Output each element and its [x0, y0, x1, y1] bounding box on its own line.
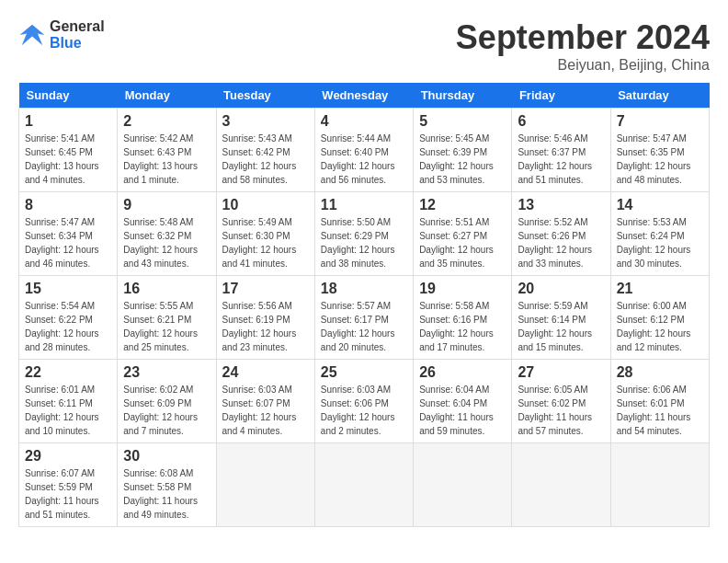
calendar-week-row: 29Sunrise: 6:07 AM Sunset: 5:59 PM Dayli…	[19, 443, 710, 527]
day-number: 29	[25, 448, 111, 465]
day-number: 9	[123, 197, 210, 213]
day-number: 2	[123, 113, 210, 130]
calendar-day-cell: 24Sunrise: 6:03 AM Sunset: 6:07 PM Dayli…	[216, 360, 314, 443]
calendar-day-cell: 13Sunrise: 5:52 AM Sunset: 6:26 PM Dayli…	[512, 192, 610, 276]
day-info: Sunrise: 6:07 AM Sunset: 5:59 PM Dayligh…	[25, 466, 111, 522]
day-info: Sunrise: 5:54 AM Sunset: 6:22 PM Dayligh…	[25, 299, 111, 354]
calendar-day-cell	[512, 443, 610, 527]
day-info: Sunrise: 5:47 AM Sunset: 6:35 PM Dayligh…	[617, 132, 703, 187]
calendar-day-cell: 4Sunrise: 5:44 AM Sunset: 6:40 PM Daylig…	[314, 109, 413, 192]
calendar-day-cell: 7Sunrise: 5:47 AM Sunset: 6:35 PM Daylig…	[610, 109, 709, 192]
calendar-day-header: Thursday	[414, 83, 512, 109]
day-number: 20	[518, 281, 604, 297]
calendar-day-cell: 1Sunrise: 5:41 AM Sunset: 6:45 PM Daylig…	[19, 109, 118, 192]
day-number: 11	[321, 197, 407, 213]
day-info: Sunrise: 5:45 AM Sunset: 6:39 PM Dayligh…	[419, 132, 506, 187]
calendar-day-cell	[216, 443, 314, 527]
calendar-week-row: 8Sunrise: 5:47 AM Sunset: 6:34 PM Daylig…	[19, 192, 710, 276]
calendar-day-cell: 10Sunrise: 5:49 AM Sunset: 6:30 PM Dayli…	[216, 192, 314, 276]
day-info: Sunrise: 5:47 AM Sunset: 6:34 PM Dayligh…	[25, 215, 111, 270]
day-info: Sunrise: 5:42 AM Sunset: 6:43 PM Dayligh…	[123, 132, 210, 187]
day-number: 25	[321, 364, 407, 381]
calendar-day-cell: 20Sunrise: 5:59 AM Sunset: 6:14 PM Dayli…	[512, 276, 610, 360]
calendar-day-cell	[610, 443, 709, 527]
day-number: 14	[617, 197, 703, 213]
calendar-day-cell: 3Sunrise: 5:43 AM Sunset: 6:42 PM Daylig…	[216, 109, 314, 192]
calendar-day-cell: 28Sunrise: 6:06 AM Sunset: 6:01 PM Dayli…	[610, 360, 709, 443]
day-info: Sunrise: 6:00 AM Sunset: 6:12 PM Dayligh…	[617, 299, 703, 354]
day-info: Sunrise: 5:51 AM Sunset: 6:27 PM Dayligh…	[419, 215, 506, 270]
location-subtitle: Beiyuan, Beijing, China	[456, 57, 710, 74]
day-number: 17	[222, 281, 309, 297]
calendar-day-header: Wednesday	[314, 83, 413, 109]
calendar-table: SundayMondayTuesdayWednesdayThursdayFrid…	[18, 83, 710, 527]
day-info: Sunrise: 5:58 AM Sunset: 6:16 PM Dayligh…	[419, 299, 506, 354]
calendar-week-row: 15Sunrise: 5:54 AM Sunset: 6:22 PM Dayli…	[19, 276, 710, 360]
day-info: Sunrise: 5:49 AM Sunset: 6:30 PM Dayligh…	[222, 215, 309, 270]
calendar-day-cell	[314, 443, 413, 527]
day-info: Sunrise: 5:46 AM Sunset: 6:37 PM Dayligh…	[518, 132, 604, 187]
calendar-day-cell: 25Sunrise: 6:03 AM Sunset: 6:06 PM Dayli…	[314, 360, 413, 443]
day-info: Sunrise: 5:53 AM Sunset: 6:24 PM Dayligh…	[617, 215, 703, 270]
calendar-day-cell: 23Sunrise: 6:02 AM Sunset: 6:09 PM Dayli…	[118, 360, 216, 443]
calendar-day-cell: 5Sunrise: 5:45 AM Sunset: 6:39 PM Daylig…	[414, 109, 512, 192]
calendar-day-cell: 19Sunrise: 5:58 AM Sunset: 6:16 PM Dayli…	[414, 276, 512, 360]
calendar-day-cell: 26Sunrise: 6:04 AM Sunset: 6:04 PM Dayli…	[414, 360, 512, 443]
day-number: 10	[222, 197, 309, 213]
month-year-title: September 2024	[456, 18, 710, 57]
calendar-day-cell: 12Sunrise: 5:51 AM Sunset: 6:27 PM Dayli…	[414, 192, 512, 276]
day-number: 7	[617, 113, 703, 130]
day-number: 26	[419, 364, 506, 381]
calendar-day-header: Sunday	[19, 83, 118, 109]
calendar-day-header: Saturday	[610, 83, 709, 109]
calendar-day-cell: 27Sunrise: 6:05 AM Sunset: 6:02 PM Dayli…	[512, 360, 610, 443]
calendar-day-cell: 22Sunrise: 6:01 AM Sunset: 6:11 PM Dayli…	[19, 360, 118, 443]
day-number: 30	[123, 448, 210, 465]
calendar-day-header: Monday	[118, 83, 216, 109]
day-number: 24	[222, 364, 309, 381]
logo: General Blue	[18, 18, 105, 52]
calendar-day-cell: 29Sunrise: 6:07 AM Sunset: 5:59 PM Dayli…	[19, 443, 118, 527]
day-number: 23	[123, 364, 210, 381]
calendar-day-cell: 8Sunrise: 5:47 AM Sunset: 6:34 PM Daylig…	[19, 192, 118, 276]
day-info: Sunrise: 5:48 AM Sunset: 6:32 PM Dayligh…	[123, 215, 210, 270]
day-number: 12	[419, 197, 506, 213]
calendar-week-row: 22Sunrise: 6:01 AM Sunset: 6:11 PM Dayli…	[19, 360, 710, 443]
calendar-header-row: SundayMondayTuesdayWednesdayThursdayFrid…	[19, 83, 710, 109]
day-info: Sunrise: 5:55 AM Sunset: 6:21 PM Dayligh…	[123, 299, 210, 354]
day-number: 8	[25, 197, 111, 213]
day-info: Sunrise: 5:50 AM Sunset: 6:29 PM Dayligh…	[321, 215, 407, 270]
calendar-day-cell	[414, 443, 512, 527]
day-info: Sunrise: 5:41 AM Sunset: 6:45 PM Dayligh…	[25, 132, 111, 187]
day-number: 13	[518, 197, 604, 213]
day-info: Sunrise: 5:44 AM Sunset: 6:40 PM Dayligh…	[321, 132, 407, 187]
calendar-day-cell: 16Sunrise: 5:55 AM Sunset: 6:21 PM Dayli…	[118, 276, 216, 360]
logo-text: General Blue	[50, 18, 105, 52]
day-number: 22	[25, 364, 111, 381]
day-info: Sunrise: 6:04 AM Sunset: 6:04 PM Dayligh…	[419, 383, 506, 438]
calendar-week-row: 1Sunrise: 5:41 AM Sunset: 6:45 PM Daylig…	[19, 109, 710, 192]
day-info: Sunrise: 5:59 AM Sunset: 6:14 PM Dayligh…	[518, 299, 604, 354]
day-info: Sunrise: 5:57 AM Sunset: 6:17 PM Dayligh…	[321, 299, 407, 354]
calendar-day-cell: 6Sunrise: 5:46 AM Sunset: 6:37 PM Daylig…	[512, 109, 610, 192]
calendar-day-cell: 17Sunrise: 5:56 AM Sunset: 6:19 PM Dayli…	[216, 276, 314, 360]
calendar-day-header: Friday	[512, 83, 610, 109]
day-number: 6	[518, 113, 604, 130]
day-number: 28	[617, 364, 703, 381]
day-number: 16	[123, 281, 210, 297]
calendar-day-cell: 2Sunrise: 5:42 AM Sunset: 6:43 PM Daylig…	[118, 109, 216, 192]
day-number: 18	[321, 281, 407, 297]
calendar-day-cell: 21Sunrise: 6:00 AM Sunset: 6:12 PM Dayli…	[610, 276, 709, 360]
calendar-day-cell: 11Sunrise: 5:50 AM Sunset: 6:29 PM Dayli…	[314, 192, 413, 276]
day-number: 27	[518, 364, 604, 381]
day-number: 21	[617, 281, 703, 297]
day-info: Sunrise: 6:03 AM Sunset: 6:06 PM Dayligh…	[321, 383, 407, 438]
title-section: September 2024 Beiyuan, Beijing, China	[456, 18, 710, 74]
logo-icon	[18, 21, 46, 49]
day-number: 15	[25, 281, 111, 297]
day-info: Sunrise: 6:06 AM Sunset: 6:01 PM Dayligh…	[617, 383, 703, 438]
day-info: Sunrise: 5:56 AM Sunset: 6:19 PM Dayligh…	[222, 299, 309, 354]
day-info: Sunrise: 5:43 AM Sunset: 6:42 PM Dayligh…	[222, 132, 309, 187]
day-info: Sunrise: 6:01 AM Sunset: 6:11 PM Dayligh…	[25, 383, 111, 438]
calendar-day-cell: 30Sunrise: 6:08 AM Sunset: 5:58 PM Dayli…	[118, 443, 216, 527]
